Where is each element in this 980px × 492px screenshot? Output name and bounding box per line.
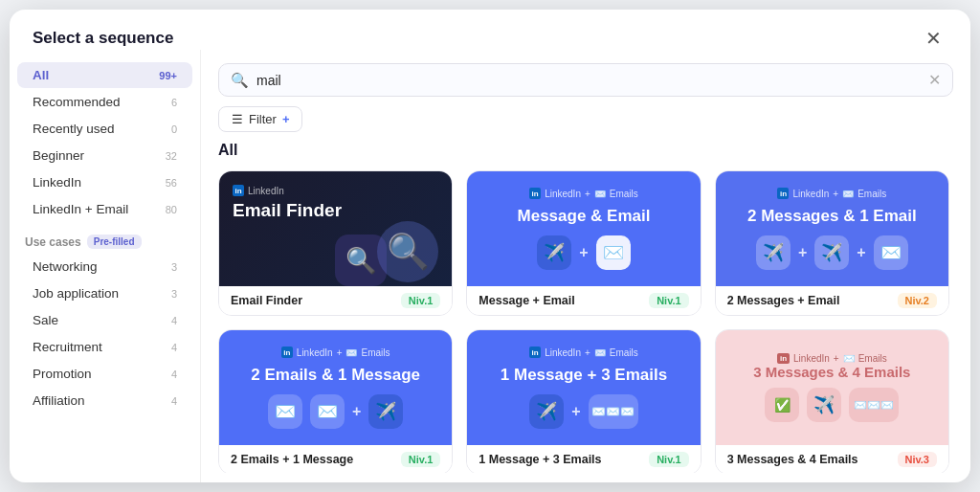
modal-title: Select a sequence [33,29,173,48]
sidebar-badge-job-application: 3 [171,288,177,300]
card-icons-3messages: ✅ ✈️ ✉️✉️✉️ [765,388,899,422]
plus-icon: + [571,403,580,420]
card-2emails-1message[interactable]: in LinkedIn + ✉️ Emails 2 Emails & 1 Mes… [218,329,453,473]
card-name-1message: 1 Message + 3 Emails [479,453,601,466]
card-name-2emails: 2 Emails + 1 Message [231,453,353,466]
card-title-message-email: Message & Email [518,207,651,226]
card-2messages-1email[interactable]: in LinkedIn + ✉️ Emails 2 Messages & 1 E… [715,170,949,316]
filter-label: Filter [249,112,277,126]
search-circle-icon: 🔍 [377,221,438,282]
message1-icon-box: ✈️ [756,235,791,270]
card-message-email[interactable]: in LinkedIn + ✉️ Emails Message & Email … [466,170,701,316]
filter-row: ☰ Filter + [218,106,953,132]
linkedin-icon-pink: in [777,353,790,364]
card-name-3messages: 3 Messages & 4 Emails [727,453,858,466]
card-preview-2messages-1email: in LinkedIn + ✉️ Emails 2 Messages & 1 E… [716,171,948,286]
sidebar-label-beginner: Beginner [33,148,84,163]
message-icon-box: ✈️ [537,235,571,270]
multi-email-pink-box: ✉️✉️✉️ [849,388,899,422]
modal-header: Select a sequence ✕ [10,10,970,50]
card-icons-1message: ✈️ + ✉️✉️✉️ [529,394,637,429]
card-label-message-email: in LinkedIn + ✉️ Emails [529,188,638,199]
sidebar-badge-all: 99+ [159,70,177,81]
card-footer-email-finder: Email Finder Niv.1 [219,286,452,315]
sidebar-label-job-application: Job application [33,286,119,301]
sidebar-label-recruitment: Recruitment [33,340,102,354]
sidebar-label-affiliation: Affiliation [33,393,85,408]
plus-icon: + [579,244,588,261]
search-bar: 🔍 ✕ [218,63,953,97]
card-label-2messages: in LinkedIn + ✉️ Emails [777,188,886,199]
close-button[interactable]: ✕ [920,27,947,50]
linkedin-icon: in [281,347,293,358]
card-footer-3messages-4emails: 3 Messages & 4 Emails Niv.3 [716,445,948,473]
sidebar-badge-networking: 3 [171,261,177,273]
sidebar-item-sale[interactable]: Sale 4 [17,307,192,333]
sidebar-item-linkedin[interactable]: LinkedIn 56 [17,169,192,195]
sidebar-item-networking[interactable]: Networking 3 [17,254,192,280]
filter-plus: + [282,112,290,126]
modal-body: All 99+ Recommended 6 Recently used 0 Be… [10,50,970,482]
sidebar-label-sale: Sale [33,313,58,327]
card-preview-1message-3emails: in LinkedIn + ✉️ Emails 1 Message + 3 Em… [467,330,700,445]
sidebar-label-linkedin-email: LinkedIn + Email [33,202,128,216]
linkedin-icon: in [529,347,541,358]
sidebar-label-all: All [33,68,49,82]
card-title-3messages: 3 Messages & 4 Emails [753,364,910,380]
niv-badge-2emails: Niv.1 [401,452,440,467]
plus-icon: + [798,244,807,261]
card-title-1message: 1 Message + 3 Emails [501,366,667,385]
use-cases-label: Use cases [25,235,81,249]
sidebar-badge-beginner: 32 [166,150,177,162]
email-icon-box: ✉️ [596,235,631,270]
message2-icon-box: ✈️ [814,235,849,270]
niv-badge-email-finder: Niv.1 [401,293,440,308]
multi-email-icon-box: ✉️✉️✉️ [589,394,638,429]
sidebar-label-recommended: Recommended [33,95,121,109]
card-preview-3messages-4emails: in LinkedIn + ✉️ Emails 3 Messages & 4 E… [716,330,948,445]
niv-badge-3messages: Niv.3 [898,452,937,467]
card-preview-2emails-1message: in LinkedIn + ✉️ Emails 2 Emails & 1 Mes… [219,330,452,445]
card-label-2emails: in LinkedIn + ✉️ Emails [281,347,390,358]
msg-icon-box: ✈️ [529,394,564,429]
email4-icon-box: ✉️ [310,394,345,429]
cards-scroll: in LinkedIn Email Finder 🔍 🔍 Email Finde… [218,170,953,473]
card-footer-2emails-1message: 2 Emails + 1 Message Niv.1 [219,445,452,473]
sidebar-item-job-application[interactable]: Job application 3 [17,280,192,306]
main-content: 🔍 ✕ ☰ Filter + All [201,50,970,482]
cards-grid: in LinkedIn Email Finder 🔍 🔍 Email Finde… [218,170,953,473]
card-name-2messages: 2 Messages + Email [727,294,840,307]
check-icon-box: ✅ [765,388,799,422]
use-cases-section-header: Use cases Pre-filled [10,223,200,253]
niv-badge-2messages: Niv.2 [898,293,937,308]
sidebar-badge-linkedin-email: 80 [166,204,177,215]
search-icon: 🔍 [231,72,249,89]
sidebar-item-affiliation[interactable]: Affiliation 4 [17,388,192,414]
clear-search-button[interactable]: ✕ [928,71,941,89]
sidebar-item-all[interactable]: All 99+ [17,62,192,88]
sidebar-badge-recommended: 6 [171,97,177,108]
filter-button[interactable]: ☰ Filter + [218,106,302,132]
sidebar: All 99+ Recommended 6 Recently used 0 Be… [10,50,201,482]
sidebar-label-networking: Networking [33,259,98,274]
card-3messages-4emails[interactable]: in LinkedIn + ✉️ Emails 3 Messages & 4 E… [715,329,949,473]
msg-group-icon-box: ✈️ [807,388,841,422]
section-title: All [218,142,953,159]
card-1message-3emails[interactable]: in LinkedIn + ✉️ Emails 1 Message + 3 Em… [466,329,701,473]
card-label-email-finder: in LinkedIn [233,185,284,196]
card-title-2messages: 2 Messages & 1 Email [747,207,917,226]
sidebar-item-recommended[interactable]: Recommended 6 [17,89,192,115]
card-icons-message-email: ✈️ + ✉️ [537,235,630,270]
sidebar-item-beginner[interactable]: Beginner 32 [17,143,192,168]
sidebar-item-promotion[interactable]: Promotion 4 [17,361,192,387]
card-name-email-finder: Email Finder [231,294,302,307]
card-icons-email-finder: 🔍 🔍 [233,221,438,282]
sidebar-item-linkedin-email[interactable]: LinkedIn + Email 80 [17,196,192,222]
sidebar-item-recruitment[interactable]: Recruitment 4 [17,334,192,360]
card-email-finder[interactable]: in LinkedIn Email Finder 🔍 🔍 Email Finde… [218,170,453,316]
search-input[interactable] [256,73,928,88]
linkedin-icon: in [233,185,244,196]
sidebar-item-recently-used[interactable]: Recently used 0 [17,116,192,142]
select-sequence-modal: Select a sequence ✕ All 99+ Recommended … [10,10,970,482]
card-label-3messages: in LinkedIn + ✉️ Emails [777,353,887,364]
